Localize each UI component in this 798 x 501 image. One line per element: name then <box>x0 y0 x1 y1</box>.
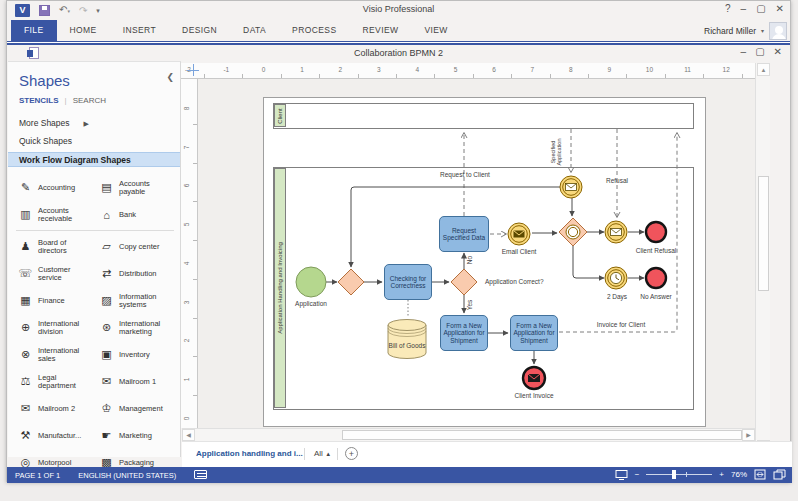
caret-up-icon: ▲ <box>325 451 331 457</box>
drawing-canvas[interactable]: Client Application Handling and Invoicin… <box>198 79 755 428</box>
ribbon-tab-insert[interactable]: INSERT <box>110 20 169 41</box>
active-stencil-tab[interactable]: Work Flow Diagram Shapes <box>8 152 180 167</box>
language-indicator[interactable]: ENGLISH (UNITED STATES) <box>78 471 176 480</box>
vertical-scrollbar[interactable]: ▲ ▼ <box>755 63 770 453</box>
stencil-item-information-systems[interactable]: ▨Information systems <box>95 287 176 314</box>
ribbon-tabs: FILEHOMEINSERTDESIGNDATAPROCESSREVIEWVIE… <box>11 20 461 41</box>
event-email-client[interactable] <box>508 223 530 245</box>
stencil-item-label: Mailroom 2 <box>38 405 75 413</box>
stencil-item-label: Copy center <box>119 243 159 251</box>
pool-label-application-handling[interactable]: Application Handling and Invoicing <box>274 168 286 408</box>
h-ruler-number: 1 <box>300 66 304 73</box>
stencil-item-mailroom-2[interactable]: ✉Mailroom 2 <box>14 395 95 422</box>
fit-page-icon[interactable] <box>754 469 766 480</box>
event-timer-2days[interactable] <box>605 267 627 289</box>
all-pages-button[interactable]: All ▲ <box>314 449 331 458</box>
label-bill-of-goods: Bill of Goods <box>377 342 437 349</box>
stencil-item-legal-department[interactable]: ⚖Legal department <box>14 368 95 395</box>
help-button[interactable]: ? <box>725 3 731 14</box>
page-tab-application-handling[interactable]: Application handling and i... <box>196 449 303 458</box>
label-specified-application: Specified Application <box>550 131 562 173</box>
ribbon-tab-process[interactable]: PROCESS <box>279 20 349 41</box>
tab-stencils[interactable]: STENCILS <box>19 96 59 105</box>
stencil-item-accounting[interactable]: ✎Accounting <box>14 174 95 201</box>
stencil-item-management[interactable]: ♔Management <box>95 395 176 422</box>
shapes-panel-title: Shapes <box>19 72 70 89</box>
close-button[interactable]: ✕ <box>776 3 784 14</box>
ribbon-tab-review[interactable]: REVIEW <box>349 20 411 41</box>
horizontal-scrollbar[interactable]: ◀ ▶ <box>182 428 755 441</box>
event-receive-specified[interactable] <box>560 176 582 198</box>
ribbon-tab-view[interactable]: VIEW <box>411 20 460 41</box>
task-request-specified-data[interactable]: Request Specified Data <box>439 216 489 252</box>
scroll-left-icon[interactable]: ◀ <box>182 429 195 441</box>
add-page-button[interactable]: + <box>345 447 358 460</box>
scroll-right-icon[interactable]: ▶ <box>742 429 755 441</box>
ribbon-tab-data[interactable]: DATA <box>230 20 279 41</box>
stencil-item-international-marketing[interactable]: ⊛International marketing <box>95 314 176 341</box>
vertical-scroll-thumb[interactable] <box>758 176 769 291</box>
avatar[interactable] <box>769 22 787 40</box>
stencil-item-copy-center[interactable]: ▱Copy center <box>95 233 176 260</box>
task-form-new-application-1[interactable]: Form a New Application for Shipment <box>440 315 488 351</box>
account-area[interactable]: Richard Miller ▾ <box>704 20 787 41</box>
stencil-item-board-of-directors[interactable]: ♟Board of directors <box>14 233 95 260</box>
ribbon-tab-file[interactable]: FILE <box>11 20 57 41</box>
scroll-up-icon[interactable]: ▲ <box>757 63 770 76</box>
stencil-item-customer-service[interactable]: ☏Customer service <box>14 260 95 287</box>
doc-minimize-button[interactable]: – <box>741 46 747 57</box>
stencil-item-label: Accounts payable <box>119 180 176 196</box>
international-division-icon: ⊕ <box>17 321 34 334</box>
end-event-client-invoice[interactable] <box>523 367 545 389</box>
marketing-icon: ☛ <box>98 429 115 442</box>
end-event-client-refusal[interactable] <box>646 222 666 242</box>
h-ruler-number: 6 <box>492 66 496 73</box>
language-icon[interactable] <box>194 470 207 479</box>
zoom-slider[interactable] <box>646 474 712 475</box>
pool-application-handling[interactable] <box>274 168 694 410</box>
doc-maximize-button[interactable]: ▢ <box>755 46 764 57</box>
stencil-item-accounts-receivable[interactable]: ▥Accounts receivable <box>14 201 95 228</box>
end-event-no-answer[interactable] <box>646 268 666 288</box>
switch-windows-icon[interactable] <box>773 469 786 480</box>
pool-label-client[interactable]: Client <box>274 104 286 127</box>
stencil-item-distribution[interactable]: ⇄Distribution <box>95 260 176 287</box>
zoom-in-button[interactable]: + <box>719 470 724 479</box>
zoom-out-button[interactable]: − <box>635 470 640 479</box>
collapse-panel-icon[interactable]: ❮ <box>166 72 174 82</box>
presentation-mode-icon[interactable] <box>615 470 628 480</box>
task-form-new-application-2[interactable]: Form a New Application for Shipment <box>510 315 558 351</box>
horizontal-scroll-thumb[interactable] <box>342 430 742 440</box>
quick-shapes-button[interactable]: Quick Shapes <box>19 136 72 146</box>
zoom-level[interactable]: 76% <box>731 470 747 479</box>
stencil-item-label: International division <box>38 320 95 336</box>
stencil-item-label: Accounting <box>38 184 75 192</box>
page-indicator[interactable]: PAGE 1 OF 1 <box>15 471 60 480</box>
zoom-slider-thumb[interactable] <box>672 470 676 479</box>
stencil-item-marketing[interactable]: ☛Marketing <box>95 422 176 449</box>
stencil-item-international-division[interactable]: ⊕International division <box>14 314 95 341</box>
stencil-item-label: Marketing <box>119 432 152 440</box>
chevron-right-icon: ▶ <box>84 120 89 127</box>
stencil-item-inventory[interactable]: ▣Inventory <box>95 341 176 368</box>
start-event-application[interactable] <box>296 267 326 297</box>
account-caret-icon[interactable]: ▾ <box>761 27 764 34</box>
ribbon-tab-home[interactable]: HOME <box>57 20 110 41</box>
stencil-item-mailroom-1[interactable]: ✉Mailroom 1 <box>95 368 176 395</box>
minimize-button[interactable]: – <box>741 3 747 14</box>
stencil-item-finance[interactable]: ▦Finance <box>14 287 95 314</box>
tab-search[interactable]: SEARCH <box>73 96 106 105</box>
maximize-button[interactable]: ▢ <box>756 3 765 14</box>
datastore-bill-of-goods[interactable] <box>388 320 426 359</box>
pool-client[interactable] <box>274 104 694 129</box>
stencil-item-accounts-payable[interactable]: ▤Accounts payable <box>95 174 176 201</box>
event-receive-refusal[interactable] <box>605 221 627 243</box>
stencil-item-manufactur[interactable]: ⚒Manufactur... <box>14 422 95 449</box>
more-shapes-button[interactable]: More Shapes▶ <box>19 118 89 128</box>
doc-close-button[interactable]: ✕ <box>774 46 782 57</box>
stencil-item-bank[interactable]: ⌂Bank <box>95 201 176 228</box>
task-checking-for-correctness[interactable]: Checking for Correctness <box>384 264 432 300</box>
stencil-item-international-sales[interactable]: ⊗International sales <box>14 341 95 368</box>
ribbon-tab-design[interactable]: DESIGN <box>169 20 230 41</box>
user-name[interactable]: Richard Miller <box>704 26 756 36</box>
